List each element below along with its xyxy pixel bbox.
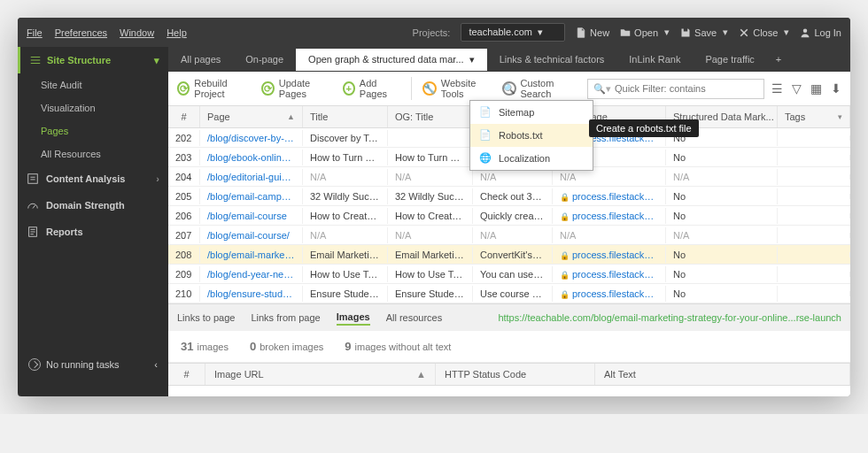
wrench-icon: 🔧 <box>422 81 437 96</box>
table-row[interactable]: 208 /blog/email-marketing-strateg Email … <box>168 245 850 265</box>
reports-icon <box>27 226 39 238</box>
dropdown-robots[interactable]: 📄Robots.txt <box>470 124 593 147</box>
subtab-all-resources[interactable]: All resources <box>386 311 443 325</box>
sidebar: Site Structure▾ Site Audit Visualization… <box>18 47 168 396</box>
imgcol-alt[interactable]: Alt Text <box>595 364 850 385</box>
list-view-icon[interactable]: ☰ <box>771 81 783 96</box>
website-tools-dropdown: 📄Sitemap 📄Robots.txt 🌐Localization <box>469 100 593 171</box>
tabs-bar: All pages On-page Open graph & structure… <box>168 47 850 72</box>
project-select[interactable]: teachable.com ▾ <box>461 23 565 42</box>
add-icon: + <box>343 81 355 96</box>
content-icon <box>27 173 39 185</box>
col-tags[interactable]: Tags▾ <box>778 106 850 127</box>
subtab-links-to[interactable]: Links to page <box>177 311 235 325</box>
image-grid-header: # Image URL▲ HTTP Status Code Alt Text <box>168 363 850 386</box>
footer-tasks[interactable]: No running tasks‹ <box>18 351 168 378</box>
selected-page-url: https://teachable.com/blog/email-marketi… <box>498 312 841 323</box>
localization-icon: 🌐 <box>479 152 492 165</box>
stat-images: 31images <box>181 340 229 353</box>
tab-inlink-rank[interactable]: InLink Rank <box>616 49 693 70</box>
table-row[interactable]: 207 /blog/email-course/ N/A N/A N/A N/A … <box>168 226 850 245</box>
table-row[interactable]: 206 /blog/email-course How to Create an … <box>168 206 850 226</box>
sidebar-content-analysis[interactable]: Content Analysis› <box>18 165 168 192</box>
body: Site Structure▾ Site Audit Visualization… <box>18 47 850 396</box>
download-icon[interactable]: ⬇ <box>831 81 841 96</box>
login-button[interactable]: Log In <box>800 27 841 38</box>
custom-search-button[interactable]: 🔍Custom Search <box>502 78 577 99</box>
toolbar-separator <box>411 77 412 100</box>
dropdown-localization[interactable]: 🌐Localization <box>470 147 593 170</box>
tab-add[interactable]: + <box>767 49 790 70</box>
col-num[interactable]: # <box>168 106 200 127</box>
sitemap-icon: 📄 <box>479 106 492 119</box>
stat-noalt: 9images without alt text <box>345 340 451 353</box>
app-window: File Preferences Window Help Projects: t… <box>18 18 850 396</box>
open-button[interactable]: Open ▾ <box>620 27 670 38</box>
grid-view-icon[interactable]: ▦ <box>810 81 822 96</box>
search-icon: 🔍 <box>502 81 516 96</box>
tooltip: Create a robots.txt file <box>589 119 699 137</box>
subtab-images[interactable]: Images <box>337 310 370 326</box>
update-icon: ⟳ <box>261 81 274 96</box>
filter-input[interactable] <box>615 83 758 94</box>
main-panel: All pages On-page Open graph & structure… <box>168 47 850 396</box>
projects-label: Projects: <box>413 27 451 38</box>
sidebar-all-resources[interactable]: All Resources <box>18 142 168 165</box>
sidebar-reports[interactable]: Reports <box>18 219 168 245</box>
col-og-title[interactable]: OG: Title <box>388 106 473 127</box>
svg-point-0 <box>803 28 808 33</box>
image-grid-empty <box>168 386 850 396</box>
new-button[interactable]: New <box>576 27 609 38</box>
save-icon <box>680 27 691 38</box>
tab-on-page[interactable]: On-page <box>233 49 296 70</box>
sidebar-pages[interactable]: Pages <box>18 119 168 142</box>
sidebar-site-audit[interactable]: Site Audit <box>18 73 168 96</box>
col-title[interactable]: Title <box>303 106 388 127</box>
dropdown-sitemap[interactable]: 📄Sitemap <box>470 101 593 124</box>
imgcol-num[interactable]: # <box>168 364 205 385</box>
tab-page-traffic[interactable]: Page traffic <box>693 49 766 70</box>
tab-opengraph[interactable]: Open graph & structured data mar... ▾ <box>296 49 487 71</box>
tab-links-technical[interactable]: Links & technical factors <box>487 49 617 70</box>
file-icon <box>576 27 586 38</box>
table-row[interactable]: 210 /blog/ensure-student-compre Ensure S… <box>168 284 850 303</box>
close-button[interactable]: Close ▾ <box>739 27 789 38</box>
sidebar-domain-strength[interactable]: Domain Strength <box>18 192 168 219</box>
menu-help[interactable]: Help <box>167 27 187 38</box>
sub-tabs: Links to page Links from page Images All… <box>168 303 850 331</box>
filter-area: 🔍▾ ☰ ▽ ▦ ⬇ <box>587 79 841 99</box>
menu-window[interactable]: Window <box>120 27 154 38</box>
website-tools-button[interactable]: 🔧Website Tools <box>422 78 492 99</box>
stat-broken: 0broken images <box>250 340 323 353</box>
rebuild-button[interactable]: ⟳Rebuild Project <box>177 78 251 99</box>
sidebar-site-structure[interactable]: Site Structure▾ <box>18 47 168 73</box>
user-icon <box>800 27 810 38</box>
menu-file[interactable]: File <box>27 27 43 38</box>
table-row[interactable]: 205 /blog/email-campaigns 32 Wildly Succ… <box>168 187 850 206</box>
subtab-links-from[interactable]: Links from page <box>251 311 320 325</box>
menu-preferences[interactable]: Preferences <box>55 27 107 38</box>
col-page[interactable]: Page▲ <box>200 106 303 127</box>
table-row[interactable]: 209 /blog/end-year-newsletter How to Use… <box>168 265 850 284</box>
toolbar-right-icons: ☰ ▽ ▦ ⬇ <box>771 81 841 96</box>
quick-filter[interactable]: 🔍▾ <box>587 79 764 99</box>
update-button[interactable]: ⟳Update Pages <box>261 78 331 99</box>
sidebar-visualization[interactable]: Visualization <box>18 96 168 119</box>
structure-icon <box>29 54 42 66</box>
add-pages-button[interactable]: +Add Pages <box>343 78 400 99</box>
menubar: File Preferences Window Help Projects: t… <box>18 18 850 47</box>
svg-rect-1 <box>28 174 38 184</box>
tab-all-pages[interactable]: All pages <box>168 49 233 70</box>
search-icon: 🔍▾ <box>593 83 611 95</box>
toolbar: ⟳Rebuild Project ⟳Update Pages +Add Page… <box>168 72 850 106</box>
close-icon <box>739 27 749 38</box>
filter-icon[interactable]: ▽ <box>792 81 802 96</box>
menu-items: File Preferences Window Help <box>27 27 187 38</box>
image-stats: 31images 0broken images 9images without … <box>168 331 850 363</box>
save-button[interactable]: Save ▾ <box>680 27 728 38</box>
folder-icon <box>620 27 631 38</box>
tasks-icon <box>28 358 41 371</box>
imgcol-url[interactable]: Image URL▲ <box>205 364 436 385</box>
imgcol-status[interactable]: HTTP Status Code <box>436 364 595 385</box>
gauge-icon <box>27 199 39 211</box>
